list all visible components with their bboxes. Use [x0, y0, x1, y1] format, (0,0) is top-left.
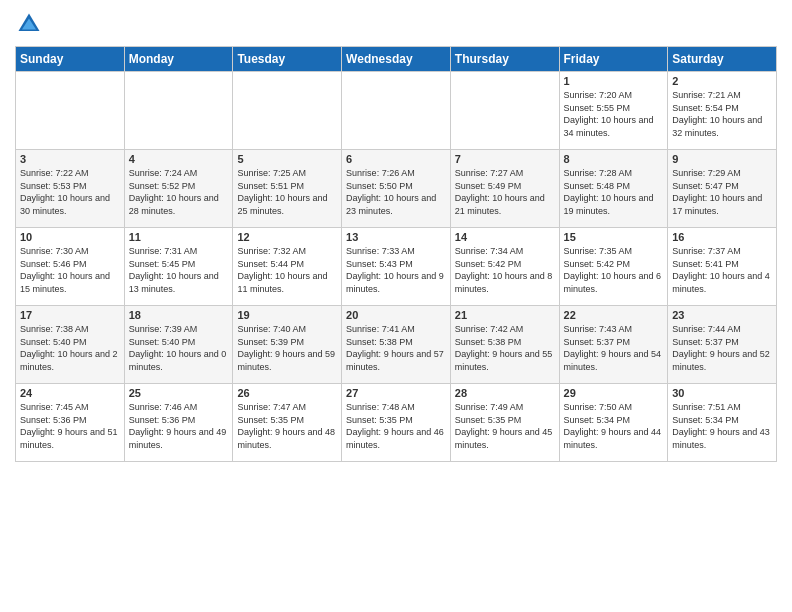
calendar-week-row: 1Sunrise: 7:20 AM Sunset: 5:55 PM Daylig…: [16, 72, 777, 150]
day-info: Sunrise: 7:48 AM Sunset: 5:35 PM Dayligh…: [346, 401, 446, 451]
calendar-cell: 9Sunrise: 7:29 AM Sunset: 5:47 PM Daylig…: [668, 150, 777, 228]
day-info: Sunrise: 7:44 AM Sunset: 5:37 PM Dayligh…: [672, 323, 772, 373]
calendar-cell: 4Sunrise: 7:24 AM Sunset: 5:52 PM Daylig…: [124, 150, 233, 228]
day-info: Sunrise: 7:21 AM Sunset: 5:54 PM Dayligh…: [672, 89, 772, 139]
calendar-cell: [233, 72, 342, 150]
calendar-cell: 5Sunrise: 7:25 AM Sunset: 5:51 PM Daylig…: [233, 150, 342, 228]
calendar-cell: 23Sunrise: 7:44 AM Sunset: 5:37 PM Dayli…: [668, 306, 777, 384]
calendar-cell: 20Sunrise: 7:41 AM Sunset: 5:38 PM Dayli…: [342, 306, 451, 384]
day-info: Sunrise: 7:27 AM Sunset: 5:49 PM Dayligh…: [455, 167, 555, 217]
calendar-cell: 22Sunrise: 7:43 AM Sunset: 5:37 PM Dayli…: [559, 306, 668, 384]
calendar-cell: 2Sunrise: 7:21 AM Sunset: 5:54 PM Daylig…: [668, 72, 777, 150]
weekday-header: Saturday: [668, 47, 777, 72]
day-info: Sunrise: 7:49 AM Sunset: 5:35 PM Dayligh…: [455, 401, 555, 451]
day-number: 14: [455, 231, 555, 243]
weekday-header: Friday: [559, 47, 668, 72]
day-number: 1: [564, 75, 664, 87]
day-info: Sunrise: 7:46 AM Sunset: 5:36 PM Dayligh…: [129, 401, 229, 451]
day-number: 17: [20, 309, 120, 321]
logo: [15, 10, 47, 38]
day-info: Sunrise: 7:43 AM Sunset: 5:37 PM Dayligh…: [564, 323, 664, 373]
calendar-cell: 8Sunrise: 7:28 AM Sunset: 5:48 PM Daylig…: [559, 150, 668, 228]
day-number: 20: [346, 309, 446, 321]
day-info: Sunrise: 7:32 AM Sunset: 5:44 PM Dayligh…: [237, 245, 337, 295]
day-number: 3: [20, 153, 120, 165]
day-info: Sunrise: 7:47 AM Sunset: 5:35 PM Dayligh…: [237, 401, 337, 451]
day-number: 4: [129, 153, 229, 165]
day-number: 24: [20, 387, 120, 399]
day-info: Sunrise: 7:38 AM Sunset: 5:40 PM Dayligh…: [20, 323, 120, 373]
calendar-cell: 14Sunrise: 7:34 AM Sunset: 5:42 PM Dayli…: [450, 228, 559, 306]
day-info: Sunrise: 7:29 AM Sunset: 5:47 PM Dayligh…: [672, 167, 772, 217]
calendar-cell: 16Sunrise: 7:37 AM Sunset: 5:41 PM Dayli…: [668, 228, 777, 306]
calendar-cell: 29Sunrise: 7:50 AM Sunset: 5:34 PM Dayli…: [559, 384, 668, 462]
calendar-cell: 17Sunrise: 7:38 AM Sunset: 5:40 PM Dayli…: [16, 306, 125, 384]
day-info: Sunrise: 7:51 AM Sunset: 5:34 PM Dayligh…: [672, 401, 772, 451]
day-info: Sunrise: 7:50 AM Sunset: 5:34 PM Dayligh…: [564, 401, 664, 451]
calendar-cell: 13Sunrise: 7:33 AM Sunset: 5:43 PM Dayli…: [342, 228, 451, 306]
day-number: 22: [564, 309, 664, 321]
calendar-week-row: 24Sunrise: 7:45 AM Sunset: 5:36 PM Dayli…: [16, 384, 777, 462]
calendar-cell: 18Sunrise: 7:39 AM Sunset: 5:40 PM Dayli…: [124, 306, 233, 384]
calendar-cell: 21Sunrise: 7:42 AM Sunset: 5:38 PM Dayli…: [450, 306, 559, 384]
calendar-cell: 30Sunrise: 7:51 AM Sunset: 5:34 PM Dayli…: [668, 384, 777, 462]
day-info: Sunrise: 7:20 AM Sunset: 5:55 PM Dayligh…: [564, 89, 664, 139]
day-info: Sunrise: 7:39 AM Sunset: 5:40 PM Dayligh…: [129, 323, 229, 373]
calendar-cell: [16, 72, 125, 150]
calendar-cell: [450, 72, 559, 150]
calendar-cell: 11Sunrise: 7:31 AM Sunset: 5:45 PM Dayli…: [124, 228, 233, 306]
day-info: Sunrise: 7:26 AM Sunset: 5:50 PM Dayligh…: [346, 167, 446, 217]
day-number: 16: [672, 231, 772, 243]
day-info: Sunrise: 7:25 AM Sunset: 5:51 PM Dayligh…: [237, 167, 337, 217]
calendar-table: SundayMondayTuesdayWednesdayThursdayFrid…: [15, 46, 777, 462]
calendar-cell: 1Sunrise: 7:20 AM Sunset: 5:55 PM Daylig…: [559, 72, 668, 150]
day-number: 29: [564, 387, 664, 399]
calendar-cell: 3Sunrise: 7:22 AM Sunset: 5:53 PM Daylig…: [16, 150, 125, 228]
page: SundayMondayTuesdayWednesdayThursdayFrid…: [0, 0, 792, 612]
day-number: 5: [237, 153, 337, 165]
calendar-cell: 27Sunrise: 7:48 AM Sunset: 5:35 PM Dayli…: [342, 384, 451, 462]
day-info: Sunrise: 7:30 AM Sunset: 5:46 PM Dayligh…: [20, 245, 120, 295]
day-number: 30: [672, 387, 772, 399]
day-number: 19: [237, 309, 337, 321]
header: [15, 10, 777, 38]
calendar-cell: 25Sunrise: 7:46 AM Sunset: 5:36 PM Dayli…: [124, 384, 233, 462]
calendar-cell: [124, 72, 233, 150]
weekday-header: Monday: [124, 47, 233, 72]
day-info: Sunrise: 7:35 AM Sunset: 5:42 PM Dayligh…: [564, 245, 664, 295]
weekday-header: Tuesday: [233, 47, 342, 72]
day-number: 8: [564, 153, 664, 165]
day-number: 7: [455, 153, 555, 165]
day-number: 26: [237, 387, 337, 399]
day-number: 23: [672, 309, 772, 321]
day-info: Sunrise: 7:34 AM Sunset: 5:42 PM Dayligh…: [455, 245, 555, 295]
weekday-header: Sunday: [16, 47, 125, 72]
calendar-cell: 24Sunrise: 7:45 AM Sunset: 5:36 PM Dayli…: [16, 384, 125, 462]
day-number: 11: [129, 231, 229, 243]
weekday-header: Thursday: [450, 47, 559, 72]
day-number: 10: [20, 231, 120, 243]
calendar-cell: [342, 72, 451, 150]
calendar-cell: 12Sunrise: 7:32 AM Sunset: 5:44 PM Dayli…: [233, 228, 342, 306]
calendar-week-row: 17Sunrise: 7:38 AM Sunset: 5:40 PM Dayli…: [16, 306, 777, 384]
calendar-header-row: SundayMondayTuesdayWednesdayThursdayFrid…: [16, 47, 777, 72]
day-number: 12: [237, 231, 337, 243]
day-info: Sunrise: 7:42 AM Sunset: 5:38 PM Dayligh…: [455, 323, 555, 373]
day-number: 27: [346, 387, 446, 399]
day-info: Sunrise: 7:24 AM Sunset: 5:52 PM Dayligh…: [129, 167, 229, 217]
day-number: 15: [564, 231, 664, 243]
day-info: Sunrise: 7:41 AM Sunset: 5:38 PM Dayligh…: [346, 323, 446, 373]
calendar-cell: 6Sunrise: 7:26 AM Sunset: 5:50 PM Daylig…: [342, 150, 451, 228]
day-number: 13: [346, 231, 446, 243]
day-info: Sunrise: 7:28 AM Sunset: 5:48 PM Dayligh…: [564, 167, 664, 217]
weekday-header: Wednesday: [342, 47, 451, 72]
calendar-week-row: 10Sunrise: 7:30 AM Sunset: 5:46 PM Dayli…: [16, 228, 777, 306]
day-info: Sunrise: 7:33 AM Sunset: 5:43 PM Dayligh…: [346, 245, 446, 295]
day-number: 28: [455, 387, 555, 399]
calendar-cell: 19Sunrise: 7:40 AM Sunset: 5:39 PM Dayli…: [233, 306, 342, 384]
day-info: Sunrise: 7:40 AM Sunset: 5:39 PM Dayligh…: [237, 323, 337, 373]
calendar-cell: 28Sunrise: 7:49 AM Sunset: 5:35 PM Dayli…: [450, 384, 559, 462]
day-number: 2: [672, 75, 772, 87]
day-number: 25: [129, 387, 229, 399]
day-info: Sunrise: 7:37 AM Sunset: 5:41 PM Dayligh…: [672, 245, 772, 295]
